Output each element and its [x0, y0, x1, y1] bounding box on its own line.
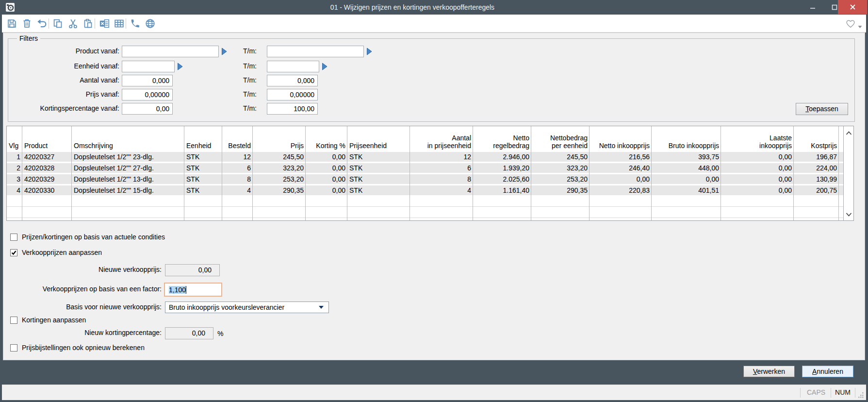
title-bar: 01 - Wijzigen prijzen en kortingen verko… — [0, 0, 868, 15]
globe-icon[interactable] — [145, 18, 155, 29]
table-cell: 2.025,60 — [473, 174, 531, 184]
basis-dropdown[interactable]: Bruto inkoopprijs voorkeursleverancier — [165, 302, 329, 313]
phone-icon[interactable] — [130, 18, 140, 29]
table-grid-icon[interactable] — [114, 18, 124, 29]
actuele-checkbox[interactable] — [10, 234, 17, 241]
paste-icon[interactable] — [83, 18, 93, 29]
column-separator — [305, 126, 306, 220]
table-cell: 42020330 — [22, 185, 72, 195]
process-button[interactable]: Verwerken — [743, 366, 795, 377]
browse-arrow-icon[interactable] — [366, 48, 372, 55]
table-cell: STK — [184, 152, 222, 162]
column-header[interactable]: Prijs — [253, 126, 306, 151]
column-header[interactable]: Korting % — [306, 126, 347, 151]
status-bar: CAPS NUM — [2, 385, 866, 400]
column-header[interactable]: Kostprijs — [794, 126, 839, 151]
table-cell: STK — [184, 185, 222, 195]
resize-grip[interactable] — [857, 391, 864, 398]
toolbar-separator — [95, 18, 95, 29]
table-cell: 42020329 — [22, 174, 72, 184]
prijsbijstellingen-checkbox[interactable] — [10, 344, 17, 352]
column-header[interactable]: Netto inkoopprijs — [590, 126, 652, 151]
table-row[interactable]: 142020327Dopsleutelset 1/2"" 23-dlg.STK1… — [7, 151, 843, 162]
filter-tm-label: T/m: — [232, 62, 257, 70]
table-row[interactable]: 442020330Dopsleutelset 1/2"" 15-dlg.STK4… — [7, 184, 843, 196]
column-header[interactable]: Product — [22, 126, 72, 151]
table-cell: Dopsleutelset 1/2"" 27-dlg. — [72, 163, 184, 173]
trash-icon[interactable] — [22, 18, 32, 29]
filter-tm-input[interactable]: 0,00000 — [267, 89, 318, 100]
nieuwe-verkoopprijs-input[interactable]: 0,00 — [165, 264, 220, 276]
table-cell: 3 — [7, 174, 22, 184]
column-header[interactable]: Vlg — [7, 126, 22, 151]
column-separator — [721, 126, 721, 220]
cancel-button[interactable]: Annuleren — [802, 366, 853, 377]
column-header[interactable]: Aantalin prijseenheid — [410, 126, 473, 151]
column-header[interactable]: Laatsteinkoopprijs — [721, 126, 794, 151]
close-button[interactable] — [838, 0, 867, 14]
table-cell: 0,00 — [306, 174, 347, 184]
filter-from-input[interactable]: 0,00000 — [122, 89, 173, 100]
table-cell: 0,00 — [721, 174, 794, 184]
favorite-dropdown-icon[interactable] — [858, 22, 862, 26]
filter-tm-input[interactable] — [267, 61, 319, 72]
column-separator — [838, 126, 839, 220]
column-header[interactable]: Besteld — [222, 126, 253, 151]
browse-arrow-icon[interactable] — [177, 63, 183, 70]
browse-arrow-icon[interactable] — [221, 48, 227, 55]
empty-table-row — [7, 218, 843, 220]
factor-input[interactable]: 1,100 — [164, 283, 222, 297]
column-header[interactable]: Nettoregelbedrag — [473, 126, 531, 151]
kortingpercentage-input[interactable]: 0,00 — [165, 327, 213, 339]
table-cell: 42020327 — [22, 152, 72, 162]
copy-icon[interactable] — [53, 18, 63, 29]
table-cell: 290,35 — [531, 185, 590, 195]
filter-from-input[interactable] — [122, 46, 219, 57]
column-separator — [222, 126, 222, 220]
undo-icon[interactable] — [37, 18, 47, 29]
favorite-heart-icon[interactable] — [846, 19, 855, 29]
table-cell: STK — [184, 163, 222, 173]
filter-tm-input[interactable]: 100,00 — [267, 103, 318, 115]
column-separator — [531, 126, 531, 220]
apply-button[interactable]: Toepassen — [796, 103, 848, 115]
filter-tm-input[interactable] — [267, 46, 364, 57]
table-cell: 1.161,40 — [473, 185, 531, 195]
verkoop-checkbox[interactable] — [10, 249, 17, 256]
table-cell: 246,40 — [590, 163, 652, 173]
table-cell: 216,56 — [590, 152, 652, 162]
filter-tm-label: T/m: — [232, 76, 257, 84]
column-header[interactable]: Nettobedragper eenheid — [531, 126, 590, 151]
table-cell: 393,75 — [652, 152, 721, 162]
save-icon[interactable] — [7, 18, 17, 29]
filters-legend: Filters — [17, 34, 40, 42]
filter-label: Eenheid vanaf: — [19, 62, 119, 70]
table-cell: 12 — [222, 152, 253, 162]
vertical-scrollbar[interactable] — [843, 126, 853, 220]
filter-from-input[interactable]: 0,000 — [122, 75, 173, 86]
table-cell: STK — [347, 185, 410, 195]
filter-tm-input[interactable]: 0,000 — [267, 75, 318, 86]
table-cell: 0,00 — [306, 163, 347, 173]
column-separator — [793, 126, 794, 220]
column-header[interactable]: Omschrijving — [72, 126, 184, 151]
kortingen-checkbox[interactable] — [10, 317, 17, 324]
table-row[interactable]: 342020329Dopsleutelset 1/2"" 13-dlg.STK8… — [7, 173, 843, 184]
offer-lines-table: VlgProductOmschrijvingEenheidBesteldPrij… — [6, 126, 854, 221]
table-cell: 448,00 — [652, 163, 721, 173]
window: 01 - Wijzigen prijzen en kortingen verko… — [0, 0, 868, 402]
empty-table-row — [7, 207, 843, 218]
filter-tm-label: T/m: — [232, 90, 257, 99]
table-cell: 323,20 — [253, 163, 306, 173]
table-cell: 2.946,00 — [473, 152, 531, 162]
excel-export-icon[interactable] — [99, 18, 109, 29]
cut-icon[interactable] — [68, 18, 78, 29]
table-row[interactable]: 242020328Dopsleutelset 1/2"" 27-dlg.STK6… — [7, 162, 843, 173]
browse-arrow-icon[interactable] — [322, 63, 328, 70]
column-header[interactable]: Bruto inkoopprijs — [652, 126, 721, 151]
column-header[interactable]: Prijseenheid — [347, 126, 410, 151]
filter-from-input[interactable]: 0,00 — [122, 103, 173, 115]
filter-from-input[interactable] — [122, 61, 175, 72]
column-header[interactable]: Eenheid — [184, 126, 222, 151]
minimize-button[interactable] — [802, 0, 823, 14]
